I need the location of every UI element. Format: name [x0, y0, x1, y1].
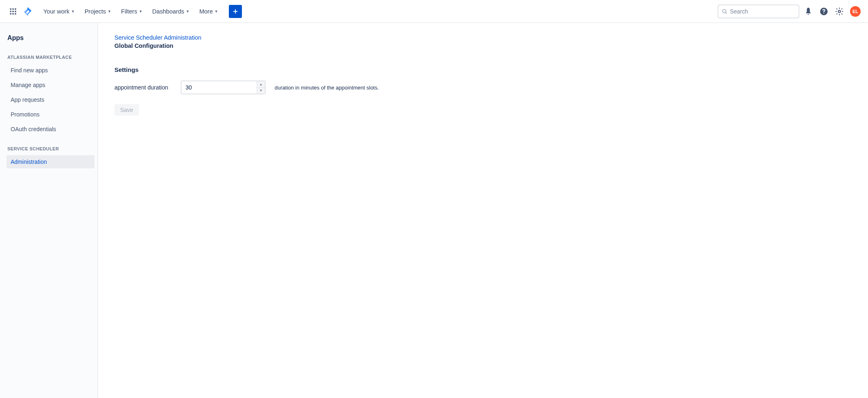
nav-projects[interactable]: Projects ▼ [81, 6, 115, 17]
sidebar-item-administration[interactable]: Administration [7, 155, 94, 168]
chevron-down-icon: ▼ [71, 9, 75, 13]
appointment-duration-stepper[interactable]: ▲ ▼ [181, 80, 266, 94]
search-icon [722, 8, 727, 15]
nav-dashboards[interactable]: Dashboards ▼ [148, 6, 194, 17]
field-label: appointment duration [114, 84, 172, 91]
settings-heading: Settings [114, 66, 868, 73]
notifications-icon[interactable] [802, 5, 815, 18]
section-header: ATLASSIAN MARKETPLACE [7, 55, 94, 60]
sidebar-item-oauth-credentials[interactable]: OAuth credentials [7, 123, 94, 136]
settings-icon[interactable] [833, 5, 846, 18]
svg-rect-8 [15, 13, 16, 14]
sidebar-item-app-requests[interactable]: App requests [7, 93, 94, 106]
nav-more[interactable]: More ▼ [195, 6, 222, 17]
svg-rect-6 [10, 13, 11, 14]
save-button[interactable]: Save [114, 104, 139, 116]
svg-rect-0 [10, 8, 11, 9]
nav-your-work[interactable]: Your work ▼ [39, 6, 79, 17]
sidebar-title: Apps [7, 34, 94, 42]
svg-rect-7 [12, 13, 13, 14]
chevron-down-icon: ▼ [215, 9, 218, 13]
nav-label: Projects [85, 8, 106, 15]
nav-label: More [199, 8, 213, 15]
nav-label: Filters [121, 8, 137, 15]
help-icon[interactable] [817, 5, 830, 18]
sidebar-section-marketplace: ATLASSIAN MARKETPLACE Find new apps Mana… [7, 55, 94, 136]
stepper-controls: ▲ ▼ [257, 81, 265, 94]
topbar-left: Your work ▼ Projects ▼ Filters ▼ Dashboa… [7, 5, 242, 18]
chevron-down-icon: ▼ [107, 9, 111, 13]
sidebar: Apps ATLASSIAN MARKETPLACE Find new apps… [0, 23, 98, 398]
svg-line-12 [726, 12, 727, 13]
chevron-down-icon: ▼ [186, 9, 190, 13]
svg-rect-2 [15, 8, 16, 9]
field-help-text: duration in minutes of the appointment s… [275, 85, 379, 91]
svg-rect-4 [12, 11, 13, 12]
search-field[interactable] [718, 4, 799, 18]
nav-filters[interactable]: Filters ▼ [117, 6, 146, 17]
sidebar-section-service-scheduler: SERVICE SCHEDULER Administration [7, 146, 94, 168]
main-content: Service Scheduler Administration Global … [98, 23, 868, 398]
app-switcher-icon[interactable] [7, 6, 19, 17]
search-input[interactable] [730, 8, 795, 15]
jira-logo-icon[interactable] [22, 6, 34, 17]
sidebar-item-manage-apps[interactable]: Manage apps [7, 78, 94, 92]
user-avatar[interactable]: EL [850, 6, 861, 17]
field-row-appointment-duration: appointment duration ▲ ▼ duration in min… [114, 80, 868, 94]
svg-rect-3 [10, 11, 11, 12]
step-down-icon[interactable]: ▼ [257, 88, 265, 94]
appointment-duration-input[interactable] [181, 80, 266, 94]
svg-rect-1 [12, 8, 13, 9]
svg-point-11 [723, 9, 726, 13]
svg-point-14 [823, 13, 824, 13]
sidebar-item-promotions[interactable]: Promotions [7, 108, 94, 121]
svg-point-15 [838, 10, 841, 13]
svg-rect-5 [15, 11, 16, 12]
section-header: SERVICE SCHEDULER [7, 146, 94, 151]
step-up-icon[interactable]: ▲ [257, 81, 265, 88]
sidebar-item-find-new-apps[interactable]: Find new apps [7, 64, 94, 77]
page-title: Global Configuration [114, 42, 868, 49]
breadcrumb-link[interactable]: Service Scheduler Administration [114, 34, 868, 41]
top-navigation: Your work ▼ Projects ▼ Filters ▼ Dashboa… [0, 0, 868, 23]
create-button[interactable] [229, 5, 242, 18]
nav-label: Dashboards [152, 8, 184, 15]
chevron-down-icon: ▼ [139, 9, 143, 13]
nav-items: Your work ▼ Projects ▼ Filters ▼ Dashboa… [39, 6, 222, 17]
nav-label: Your work [43, 8, 69, 15]
